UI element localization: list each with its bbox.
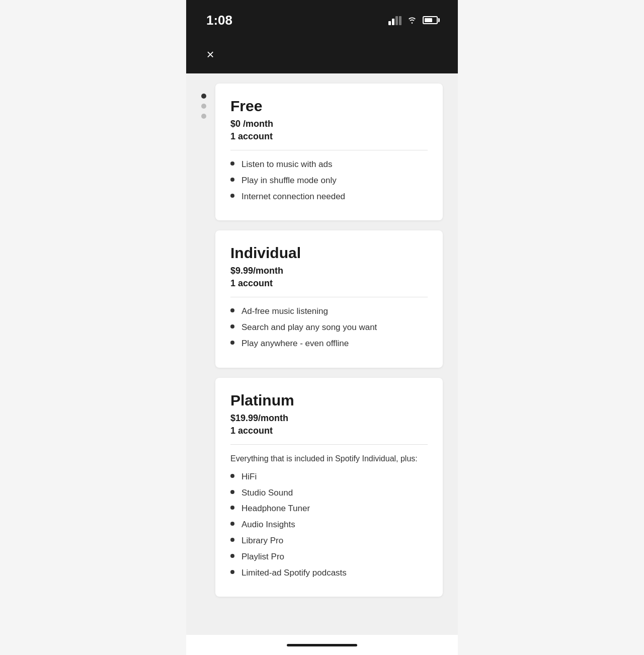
wifi-icon <box>407 16 418 24</box>
status-time: 1:08 <box>206 13 232 28</box>
pagination-dot-1 <box>201 94 206 99</box>
status-icons <box>388 15 438 25</box>
battery-fill <box>425 18 432 22</box>
signal-bar-3 <box>395 16 398 25</box>
signal-bar-1 <box>388 21 391 25</box>
plan-description-platinum: Everything that is included in Spotify I… <box>230 453 428 465</box>
feature-text: Ad-free music listening <box>242 305 328 317</box>
feature-item: Play in shuffle mode only <box>230 175 428 187</box>
feature-item: HiFi <box>230 471 428 483</box>
bullet-icon <box>230 308 234 312</box>
feature-item: Library Pro <box>230 535 428 547</box>
feature-item: Playlist Pro <box>230 551 428 563</box>
signal-icon <box>388 15 401 25</box>
phone-frame: 1:08 × <box>186 0 458 655</box>
feature-text: Headphone Tuner <box>242 503 310 515</box>
feature-list-free: Listen to music with ads Play in shuffle… <box>230 158 428 202</box>
bullet-icon <box>230 474 234 478</box>
feature-text: HiFi <box>242 471 257 483</box>
feature-list-individual: Ad-free music listening Search and play … <box>230 305 428 349</box>
feature-text: Audio Insights <box>242 519 295 531</box>
bullet-icon <box>230 161 234 166</box>
bullet-icon <box>230 324 234 329</box>
feature-item: Internet connection needed <box>230 191 428 203</box>
feature-item: Limited-ad Spotify podcasts <box>230 567 428 579</box>
bullet-icon <box>230 538 234 542</box>
plan-accounts-platinum: 1 account <box>230 426 428 436</box>
divider-platinum <box>230 444 428 445</box>
feature-text: Internet connection needed <box>242 191 345 203</box>
feature-text: Studio Sound <box>242 487 293 499</box>
feature-text: Library Pro <box>242 535 283 547</box>
plan-name-free: Free <box>230 98 428 115</box>
plan-price-free: $0 /month <box>230 119 428 129</box>
status-bar: 1:08 <box>186 0 458 40</box>
plan-accounts-free: 1 account <box>230 131 428 142</box>
feature-list-platinum: HiFi Studio Sound Headphone Tuner Audio … <box>230 471 428 579</box>
feature-text: Play anywhere - even offline <box>242 338 349 350</box>
main-content: Free $0 /month 1 account Listen to music… <box>186 73 458 635</box>
bullet-icon <box>230 490 234 494</box>
divider-free <box>230 150 428 150</box>
bullet-icon <box>230 178 234 182</box>
feature-item: Listen to music with ads <box>230 158 428 171</box>
home-indicator <box>186 635 458 655</box>
bullet-icon <box>230 341 234 345</box>
divider-individual <box>230 297 428 297</box>
feature-item: Headphone Tuner <box>230 503 428 515</box>
bullet-icon <box>230 522 234 526</box>
plan-card-free[interactable]: Free $0 /month 1 account Listen to music… <box>215 84 443 220</box>
feature-item: Audio Insights <box>230 519 428 531</box>
home-bar <box>287 644 357 646</box>
feature-item: Studio Sound <box>230 487 428 499</box>
plan-price-platinum: $19.99/month <box>230 413 428 424</box>
signal-bar-4 <box>399 16 401 25</box>
plan-card-individual[interactable]: Individual $9.99/month 1 account Ad-free… <box>215 230 443 367</box>
plan-name-individual: Individual <box>230 244 428 262</box>
bullet-icon <box>230 570 234 574</box>
signal-bar-2 <box>392 19 394 25</box>
battery-icon <box>423 16 438 24</box>
pagination-dot-3 <box>201 114 206 119</box>
bullet-icon <box>230 194 234 198</box>
feature-item: Play anywhere - even offline <box>230 338 428 350</box>
app-header: × <box>186 40 458 73</box>
feature-item: Search and play any song you want <box>230 321 428 334</box>
feature-text: Search and play any song you want <box>242 321 377 334</box>
feature-item: Ad-free music listening <box>230 305 428 317</box>
plan-accounts-individual: 1 account <box>230 278 428 289</box>
plan-price-individual: $9.99/month <box>230 266 428 276</box>
bullet-icon <box>230 506 234 510</box>
feature-text: Limited-ad Spotify podcasts <box>242 567 347 579</box>
pagination-dots <box>201 94 206 119</box>
close-button[interactable]: × <box>201 45 219 63</box>
plan-card-platinum[interactable]: Platinum $19.99/month 1 account Everythi… <box>215 378 443 597</box>
feature-text: Play in shuffle mode only <box>242 175 337 187</box>
pagination-dot-2 <box>201 104 206 109</box>
feature-text: Playlist Pro <box>242 551 284 563</box>
feature-text: Listen to music with ads <box>242 158 332 171</box>
bullet-icon <box>230 554 234 558</box>
plan-name-platinum: Platinum <box>230 392 428 409</box>
